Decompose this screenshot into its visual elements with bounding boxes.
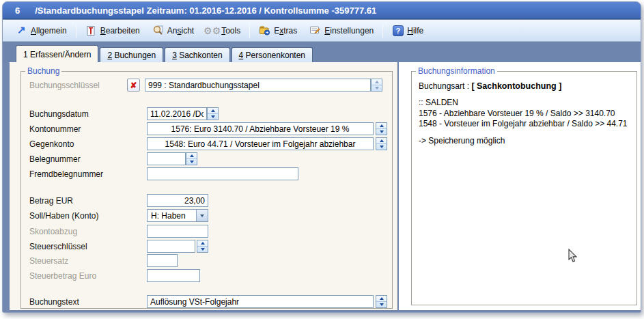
booking-info-pane: Buchungsinformation Buchungsart : [ Sach… xyxy=(399,62,641,310)
label-kontonummer: Kontonummer xyxy=(29,124,147,134)
help-icon: ? xyxy=(392,25,404,36)
kontonummer-input[interactable] xyxy=(147,122,374,135)
gegenkonto-spinner[interactable] xyxy=(376,137,387,150)
buchungstext-input[interactable] xyxy=(147,295,374,308)
belegnummer-spinner[interactable] xyxy=(186,152,197,165)
buchungsschluessel-input[interactable] xyxy=(145,79,371,92)
window-number: 6 xyxy=(15,5,20,16)
menu-toolbar: ↗ Allgemein Bearbeiten Ansicht ⚙⚙ Tools xyxy=(3,20,641,42)
folder-icon xyxy=(259,25,270,36)
soll-haben-value: H: Haben xyxy=(148,211,196,221)
buchungsinformation-group-label: Buchungsinformation xyxy=(416,66,497,76)
label-fremdbelegnummer: Fremdbelegnummer xyxy=(29,169,147,179)
steuerbetrag-input[interactable] xyxy=(147,269,200,282)
title-bar: 6 /Standardbuchungsstapel Zeitraum: 01.2… xyxy=(3,2,641,19)
fremdbelegnummer-input[interactable] xyxy=(147,167,298,180)
toolbar-separator xyxy=(382,23,383,38)
mouse-cursor xyxy=(568,249,578,266)
label-soll-haben: Soll/Haben (Konto) xyxy=(29,211,147,221)
label-betrag: Betrag EUR xyxy=(29,196,147,206)
label-steuersatz: Steuersatz xyxy=(29,256,147,266)
tab-erfassen-aendern[interactable]: 1 Erfassen/Ändern xyxy=(16,45,98,62)
tab-personenkonten[interactable]: 4 Personenkonten xyxy=(232,47,313,62)
menu-ansicht[interactable]: Ansicht xyxy=(146,22,200,39)
screen: 6 /Standardbuchungsstapel Zeitraum: 01.2… xyxy=(0,0,644,319)
settings-icon xyxy=(309,25,321,36)
booking-window: 6 /Standardbuchungsstapel Zeitraum: 01.2… xyxy=(2,1,641,313)
buchungstext-spinner[interactable] xyxy=(376,295,387,308)
steuersatz-input[interactable] xyxy=(147,254,178,267)
tab-strip: 1 Erfassen/Ändern 2 Buchungen 3 Sachkont… xyxy=(3,42,641,62)
gears-icon: ⚙⚙ xyxy=(206,25,218,36)
status-line: -> Speicherung möglich xyxy=(419,136,505,145)
booking-form-pane: Buchung Buchungsschlüssel ✘ Buchungsdatu… xyxy=(10,62,398,310)
label-buchungstext: Buchungstext xyxy=(29,297,147,307)
toolbar-separator xyxy=(76,23,76,38)
soll-haben-dropdown[interactable]: H: Haben xyxy=(147,209,208,222)
salden-header: :: SALDEN xyxy=(419,98,628,109)
steuerschluessel-input[interactable] xyxy=(147,240,195,253)
tab-buchungen[interactable]: 2 Buchungen xyxy=(100,47,163,62)
edit-document-icon xyxy=(85,25,97,36)
menu-tools[interactable]: ⚙⚙ Tools xyxy=(200,22,247,39)
delete-x-button[interactable]: ✘ xyxy=(127,79,140,92)
buchungsart-value: [ Sachkontobuchung ] xyxy=(471,81,561,91)
label-skontoabzug: Skontoabzug xyxy=(29,227,147,236)
buchungsschluessel-spinner[interactable] xyxy=(371,79,382,92)
label-buchungsdatum: Buchungsdatum xyxy=(29,109,147,119)
menu-bearbeiten[interactable]: Bearbeiten xyxy=(79,22,146,39)
salden-block: :: SALDEN 1576 - Abziehbare Vorsteuer 19… xyxy=(419,98,628,130)
magnifier-icon xyxy=(152,25,164,36)
buchungsart-line: Buchungsart : [ Sachkontobuchung ] xyxy=(419,81,561,91)
label-steuerschluessel: Steuerschlüssel xyxy=(29,242,147,251)
betrag-input[interactable] xyxy=(147,194,208,207)
menu-einstellungen[interactable]: Einstellungen xyxy=(303,22,380,39)
gegenkonto-input[interactable] xyxy=(147,137,374,150)
menu-extras[interactable]: Extras xyxy=(253,22,303,39)
steuerschluessel-spinner[interactable] xyxy=(197,240,208,253)
chevron-down-icon[interactable] xyxy=(196,210,208,221)
skontoabzug-input[interactable] xyxy=(147,225,208,238)
toolbar-separator xyxy=(249,23,250,38)
menu-allgemein[interactable]: ↗ Allgemein xyxy=(10,22,73,39)
menu-hilfe[interactable]: ? Hilfe xyxy=(386,22,430,39)
belegnummer-input[interactable] xyxy=(147,152,186,165)
label-steuerbetrag: Steuerbetrag Euro xyxy=(29,271,147,281)
label-buchungsschluessel: Buchungsschlüssel xyxy=(29,81,127,90)
salden-line: 1548 - Vorsteuer im Folgejahr abziehbar … xyxy=(419,119,628,130)
label-gegenkonto: Gegenkonto xyxy=(29,139,147,149)
tab-sachkonten[interactable]: 3 Sachkonten xyxy=(165,47,229,62)
buchungsdatum-input[interactable] xyxy=(147,107,207,120)
buchung-group-label: Buchung xyxy=(25,66,61,76)
kontonummer-spinner[interactable] xyxy=(376,122,387,135)
window-title: /Standardbuchungsstapel Zeitraum: 01.201… xyxy=(35,5,376,16)
salden-line: 1576 - Abziehbare Vorsteuer 19 % / Saldo… xyxy=(419,109,628,120)
buchungsdatum-spinner[interactable] xyxy=(207,107,219,120)
diagonal-arrow-icon: ↗ xyxy=(16,24,27,36)
label-belegnummer: Belegnummer xyxy=(29,154,147,164)
